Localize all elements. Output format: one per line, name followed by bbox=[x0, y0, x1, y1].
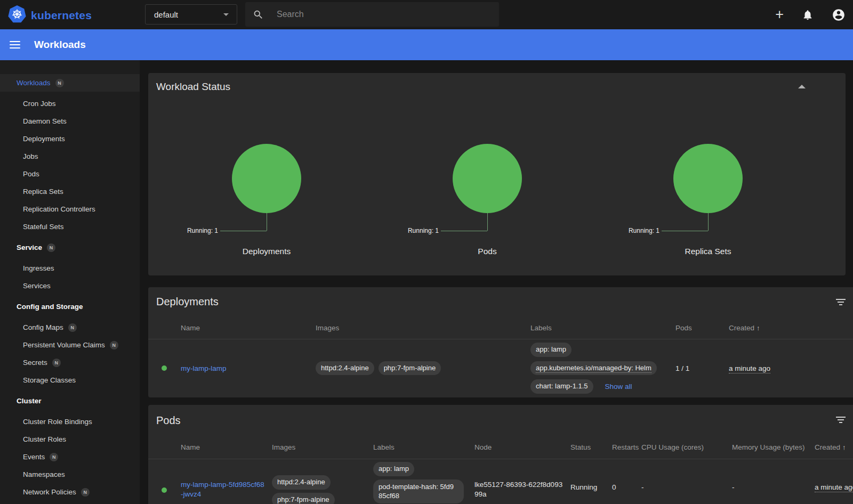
replica-sets-running-label: Running: 1 bbox=[592, 227, 659, 234]
pod-created: a minute ago bbox=[815, 483, 853, 492]
deployment-name-link[interactable]: my-lamp-lamp bbox=[181, 364, 227, 372]
new-badge: N bbox=[55, 79, 64, 87]
col-node[interactable]: Node bbox=[474, 443, 570, 452]
pods-card-title: Pods bbox=[156, 414, 181, 427]
image-chip: php:7-fpm-alpine bbox=[379, 361, 441, 376]
notifications-bell-icon[interactable] bbox=[802, 9, 814, 21]
pod-cpu-usage: - bbox=[641, 483, 732, 491]
pods-table-header: Name Images Labels Node Status Restarts … bbox=[148, 436, 853, 459]
sidebar-item-stateful-sets[interactable]: Stateful Sets bbox=[0, 218, 140, 235]
col-status[interactable]: Status bbox=[570, 443, 612, 452]
col-name[interactable]: Name bbox=[181, 323, 316, 333]
action-bar: Workloads bbox=[0, 29, 853, 60]
label-chip: app: lamp bbox=[373, 462, 414, 476]
replica-sets-pie bbox=[673, 144, 743, 213]
new-badge: N bbox=[50, 453, 58, 461]
deployments-chart-title: Deployments bbox=[150, 247, 383, 256]
workload-status-card: Workload Status Running: 1 Deployments R… bbox=[148, 73, 846, 275]
col-created-sorted[interactable]: Created↑ bbox=[815, 443, 853, 452]
topbar-actions: + bbox=[775, 0, 846, 29]
sidebar-item-deployments[interactable]: Deployments bbox=[0, 130, 140, 148]
chart-deployments: Running: 1 Deployments bbox=[150, 144, 383, 266]
brand[interactable]: kubernetes bbox=[7, 5, 92, 26]
sidebar-item-workloads[interactable]: Workloads N bbox=[0, 74, 140, 92]
col-memory-usage[interactable]: Memory Usage (bytes) bbox=[732, 443, 815, 452]
sidebar-item-cron-jobs[interactable]: Cron Jobs bbox=[0, 95, 140, 112]
sidebar-item-replica-sets[interactable]: Replica Sets bbox=[0, 183, 140, 200]
new-badge: N bbox=[110, 341, 118, 349]
sidebar-section-cluster: Cluster bbox=[0, 392, 140, 410]
filter-icon[interactable] bbox=[836, 299, 846, 307]
new-badge: N bbox=[47, 243, 55, 252]
pods-pie bbox=[453, 144, 522, 213]
pods-chart-title: Pods bbox=[371, 247, 603, 256]
sort-asc-icon: ↑ bbox=[842, 443, 846, 451]
col-pods[interactable]: Pods bbox=[675, 323, 729, 333]
pods-running-label: Running: 1 bbox=[371, 227, 439, 234]
sidebar-item-namespaces[interactable]: Namespaces bbox=[0, 466, 140, 483]
label-chip: app: lamp bbox=[530, 343, 572, 357]
pod-restarts: 0 bbox=[612, 483, 641, 491]
menu-hamburger-icon[interactable] bbox=[10, 39, 20, 51]
deployments-table-header: Name Images Labels Pods Created↑ bbox=[148, 318, 853, 339]
col-images[interactable]: Images bbox=[316, 323, 530, 333]
sidebar-item-cluster-role-bindings[interactable]: Cluster Role Bindings bbox=[0, 413, 140, 430]
search-input[interactable] bbox=[277, 10, 463, 19]
sidebar-item-services[interactable]: Services bbox=[0, 277, 140, 295]
collapse-card-icon[interactable] bbox=[798, 85, 806, 88]
brand-wordmark: kubernetes bbox=[31, 9, 92, 22]
chart-replica-sets: Running: 1 Replica Sets bbox=[592, 144, 824, 266]
label-chip: pod-template-hash: 5fd985cf68 bbox=[373, 479, 464, 503]
search-box[interactable] bbox=[245, 2, 499, 27]
new-badge: N bbox=[68, 323, 77, 332]
col-cpu-usage[interactable]: CPU Usage (cores) bbox=[641, 443, 732, 452]
workload-status-title: Workload Status bbox=[156, 81, 230, 93]
sidebar-item-pods[interactable]: Pods bbox=[0, 165, 140, 183]
kubernetes-dashboard: kubernetes default + bbox=[0, 0, 853, 504]
deployments-pie bbox=[232, 144, 301, 213]
kubernetes-logo-icon bbox=[7, 5, 27, 26]
pod-status: Running bbox=[570, 483, 612, 491]
col-restarts[interactable]: Restarts bbox=[612, 443, 641, 452]
deployment-row[interactable]: my-lamp-lamp httpd:2.4-alpine php:7-fpm-… bbox=[148, 339, 853, 397]
sidebar-item-network-policies[interactable]: Network Policies N bbox=[0, 483, 140, 501]
col-images[interactable]: Images bbox=[272, 443, 373, 452]
sidebar-item-events[interactable]: Events N bbox=[0, 448, 140, 466]
search-icon bbox=[253, 9, 264, 20]
sidebar-item-daemon-sets[interactable]: Daemon Sets bbox=[0, 112, 140, 130]
account-avatar-icon[interactable] bbox=[832, 8, 846, 22]
deployment-pods-count: 1 / 1 bbox=[675, 364, 729, 372]
col-labels[interactable]: Labels bbox=[530, 323, 675, 333]
sidebar-item-config-maps[interactable]: Config Maps N bbox=[0, 319, 140, 336]
filter-icon[interactable] bbox=[836, 417, 846, 425]
namespace-value: default bbox=[154, 10, 223, 19]
col-created-sorted[interactable]: Created↑ bbox=[729, 323, 853, 333]
deployments-card-title: Deployments bbox=[156, 296, 219, 308]
show-all-labels-link[interactable]: Show all bbox=[605, 383, 632, 391]
add-resource-button[interactable]: + bbox=[775, 7, 784, 22]
sort-asc-icon: ↑ bbox=[757, 324, 760, 332]
namespace-selector[interactable]: default bbox=[145, 4, 237, 25]
sidebar-item-persistent-volume-claims[interactable]: Persistent Volume Claims N bbox=[0, 336, 140, 354]
deployments-card: Deployments Name Images Labels Pods Crea… bbox=[148, 287, 853, 397]
sidebar-item-replication-controllers[interactable]: Replication Controllers bbox=[0, 200, 140, 218]
status-ok-dot bbox=[162, 365, 167, 371]
sidebar-item-storage-classes[interactable]: Storage Classes bbox=[0, 371, 140, 389]
pod-memory-usage: - bbox=[732, 483, 815, 491]
sidebar-nav: Workloads N Cron Jobs Daemon Sets Deploy… bbox=[0, 60, 140, 504]
workload-status-charts: Running: 1 Deployments Running: 1 Pods R… bbox=[148, 144, 846, 266]
sidebar-item-secrets[interactable]: Secrets N bbox=[0, 354, 140, 371]
image-chip: httpd:2.4-alpine bbox=[316, 361, 374, 376]
new-badge: N bbox=[52, 359, 61, 367]
col-name[interactable]: Name bbox=[181, 443, 272, 452]
sidebar-item-jobs[interactable]: Jobs bbox=[0, 148, 140, 165]
pod-name-link[interactable]: my-lamp-lamp-5fd985cf68-jwvz4 bbox=[181, 481, 264, 498]
sidebar-item-ingresses[interactable]: Ingresses bbox=[0, 259, 140, 277]
pod-row[interactable]: my-lamp-lamp-5fd985cf68-jwvz4 httpd:2.4-… bbox=[148, 459, 853, 504]
image-chip: php:7-fpm-alpine bbox=[272, 493, 335, 504]
top-bar: kubernetes default + bbox=[0, 0, 853, 29]
new-badge: N bbox=[81, 488, 90, 497]
col-labels[interactable]: Labels bbox=[373, 443, 474, 452]
status-ok-dot bbox=[162, 487, 167, 493]
sidebar-item-cluster-roles[interactable]: Cluster Roles bbox=[0, 430, 140, 448]
